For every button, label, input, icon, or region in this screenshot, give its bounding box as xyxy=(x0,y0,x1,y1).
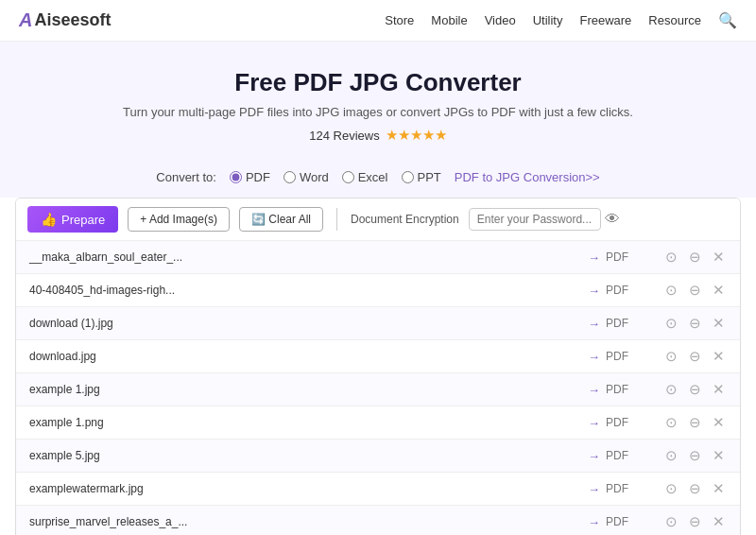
down-icon[interactable]: ⊖ xyxy=(687,381,703,398)
file-target: → PDF xyxy=(588,250,663,265)
up-icon[interactable]: ⊙ xyxy=(663,249,679,266)
remove-icon[interactable]: ✕ xyxy=(711,381,727,398)
nav-resource[interactable]: Resource xyxy=(648,13,701,27)
file-actions: ⊙ ⊖ ✕ xyxy=(663,348,727,365)
arrow-icon: → xyxy=(588,449,600,463)
file-target: → PDF xyxy=(588,515,663,529)
file-name: 40-408405_hd-images-righ... xyxy=(29,284,588,297)
down-icon[interactable]: ⊖ xyxy=(687,282,703,299)
arrow-icon: → xyxy=(588,350,600,364)
reviews: 124 Reviews ★★★★★ xyxy=(19,127,737,144)
up-icon[interactable]: ⊙ xyxy=(663,513,679,530)
nav-mobile[interactable]: Mobile xyxy=(431,13,467,27)
excel-option-label: Excel xyxy=(358,170,388,184)
up-icon[interactable]: ⊙ xyxy=(663,282,679,299)
pdf-label: PDF xyxy=(606,449,628,462)
nav-utility[interactable]: Utility xyxy=(533,13,563,27)
word-option-label: Word xyxy=(300,170,329,184)
table-row: example 1.png → PDF ⊙ ⊖ ✕ xyxy=(16,406,740,440)
toolbar: 👍 Prepare + Add Image(s) 🔄 Clear All Doc… xyxy=(16,198,740,241)
prepare-button[interactable]: 👍 Prepare xyxy=(27,206,118,233)
up-icon[interactable]: ⊙ xyxy=(663,480,679,497)
radio-ppt[interactable] xyxy=(402,171,414,183)
pdf-label: PDF xyxy=(606,482,628,495)
down-icon[interactable]: ⊖ xyxy=(687,414,703,431)
file-name: __maka_albarn_soul_eater_... xyxy=(29,250,588,264)
add-images-button[interactable]: + Add Image(s) xyxy=(128,207,230,232)
down-icon[interactable]: ⊖ xyxy=(687,348,703,365)
file-target: → PDF xyxy=(588,482,663,496)
remove-icon[interactable]: ✕ xyxy=(711,315,727,332)
up-icon[interactable]: ⊙ xyxy=(663,315,679,332)
logo-icon: A xyxy=(19,9,32,31)
thumb-icon: 👍 xyxy=(41,212,57,227)
remove-icon[interactable]: ✕ xyxy=(711,282,727,299)
option-ppt[interactable]: PPT xyxy=(402,170,441,184)
up-icon[interactable]: ⊙ xyxy=(663,381,679,398)
file-name: example 1.jpg xyxy=(29,383,588,396)
table-row: 40-408405_hd-images-righ... → PDF ⊙ ⊖ ✕ xyxy=(16,274,740,307)
table-row: example 5.jpg → PDF ⊙ ⊖ ✕ xyxy=(16,440,740,473)
arrow-icon: → xyxy=(588,416,600,430)
file-actions: ⊙ ⊖ ✕ xyxy=(663,414,727,431)
file-actions: ⊙ ⊖ ✕ xyxy=(663,381,727,398)
remove-icon[interactable]: ✕ xyxy=(711,447,727,464)
file-actions: ⊙ ⊖ ✕ xyxy=(663,480,727,497)
file-target: → PDF xyxy=(588,449,663,463)
nav: Store Mobile Video Utility Freeware Reso… xyxy=(385,11,737,29)
pdf-label: PDF xyxy=(606,317,628,330)
remove-icon[interactable]: ✕ xyxy=(711,513,727,530)
option-pdf[interactable]: PDF xyxy=(230,170,270,184)
radio-word[interactable] xyxy=(284,171,296,183)
nav-video[interactable]: Video xyxy=(485,13,516,27)
up-icon[interactable]: ⊙ xyxy=(663,414,679,431)
nav-store[interactable]: Store xyxy=(385,13,414,27)
pdf-label: PDF xyxy=(606,416,628,429)
file-target: → PDF xyxy=(588,350,663,364)
clear-all-button[interactable]: 🔄 Clear All xyxy=(239,207,323,232)
pdf-to-jpg-link[interactable]: PDF to JPG Conversion>> xyxy=(455,170,600,184)
toolbar-divider xyxy=(336,208,337,231)
down-icon[interactable]: ⊖ xyxy=(687,480,703,497)
star-rating: ★★★★★ xyxy=(386,127,447,144)
pdf-label: PDF xyxy=(606,515,628,528)
option-excel[interactable]: Excel xyxy=(342,170,388,184)
pdf-option-label: PDF xyxy=(246,170,270,184)
file-target: → PDF xyxy=(588,383,663,397)
ppt-option-label: PPT xyxy=(418,170,441,184)
down-icon[interactable]: ⊖ xyxy=(687,447,703,464)
radio-excel[interactable] xyxy=(342,171,354,183)
search-icon[interactable]: 🔍 xyxy=(718,11,737,29)
up-icon[interactable]: ⊙ xyxy=(663,447,679,464)
down-icon[interactable]: ⊖ xyxy=(687,249,703,266)
convert-to-label: Convert to: xyxy=(156,170,216,184)
option-word[interactable]: Word xyxy=(284,170,329,184)
up-icon[interactable]: ⊙ xyxy=(663,348,679,365)
convert-to-bar: Convert to: PDF Word Excel PPT PDF to JP… xyxy=(0,161,756,198)
arrow-icon: → xyxy=(588,317,600,331)
file-name: example 5.jpg xyxy=(29,449,588,462)
file-name: example 1.png xyxy=(29,416,588,429)
radio-pdf[interactable] xyxy=(230,171,242,183)
clear-all-label: 🔄 Clear All xyxy=(251,213,311,226)
nav-freeware[interactable]: Freeware xyxy=(579,13,631,27)
file-name: examplewatermark.jpg xyxy=(29,482,588,495)
password-input[interactable] xyxy=(469,208,601,231)
arrow-icon: → xyxy=(588,515,600,529)
remove-icon[interactable]: ✕ xyxy=(711,414,727,431)
remove-icon[interactable]: ✕ xyxy=(711,348,727,365)
remove-icon[interactable]: ✕ xyxy=(711,249,727,266)
prepare-label: Prepare xyxy=(61,213,105,227)
pdf-label: PDF xyxy=(606,250,628,264)
remove-icon[interactable]: ✕ xyxy=(711,480,727,497)
doc-encryption-label: Document Encryption xyxy=(351,213,459,226)
down-icon[interactable]: ⊖ xyxy=(687,315,703,332)
file-target: → PDF xyxy=(588,416,663,430)
tool-area: 👍 Prepare + Add Image(s) 🔄 Clear All Doc… xyxy=(15,198,741,535)
password-wrap: 👁 xyxy=(469,208,620,231)
down-icon[interactable]: ⊖ xyxy=(687,513,703,530)
arrow-icon: → xyxy=(588,383,600,397)
hero-section: Free PDF JPG Converter Turn your multi-p… xyxy=(0,42,756,161)
hero-subtitle: Turn your multi-page PDF files into JPG … xyxy=(19,105,737,119)
eye-icon[interactable]: 👁 xyxy=(605,211,620,228)
